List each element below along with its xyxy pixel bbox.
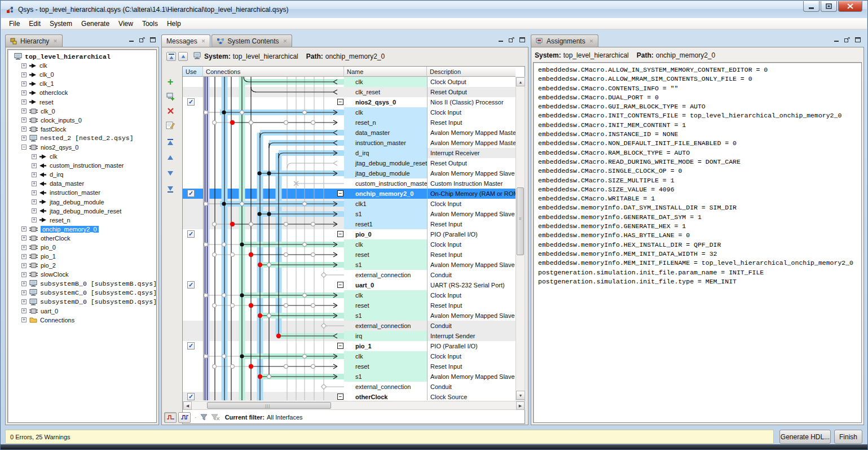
table-row[interactable]: d_irq bbox=[344, 148, 427, 158]
expand-icon[interactable]: + bbox=[21, 281, 27, 286]
tree-item[interactable]: −nios2_qsys_0 bbox=[9, 143, 155, 152]
expand-icon[interactable]: + bbox=[32, 190, 37, 195]
expand-icon[interactable]: + bbox=[32, 154, 37, 159]
expand-icon[interactable]: + bbox=[32, 199, 37, 204]
table-horizontal-scrollbar[interactable]: ◀ ||| ▶ bbox=[183, 401, 525, 410]
column-header-connections[interactable]: Connections bbox=[203, 67, 344, 77]
table-row[interactable]: reset_n bbox=[344, 117, 427, 128]
table-row[interactable]: reset bbox=[344, 300, 427, 311]
connections-cell[interactable] bbox=[203, 77, 344, 87]
row-collapse-icon[interactable]: − bbox=[337, 343, 343, 349]
use-cell[interactable] bbox=[183, 372, 203, 382]
use-cell[interactable] bbox=[183, 239, 203, 250]
connections-cell[interactable] bbox=[203, 270, 344, 280]
use-cell[interactable] bbox=[183, 199, 203, 209]
expand-icon[interactable]: + bbox=[21, 245, 27, 250]
connections-cell[interactable] bbox=[203, 382, 344, 392]
use-cell[interactable]: ✓ bbox=[183, 189, 203, 199]
menu-edit[interactable]: Edit bbox=[24, 19, 45, 29]
connections-cell[interactable] bbox=[203, 178, 344, 189]
use-cell[interactable] bbox=[183, 138, 203, 148]
use-cell[interactable] bbox=[183, 168, 203, 178]
table-row[interactable]: external_connection bbox=[344, 270, 427, 280]
expand-icon[interactable]: + bbox=[21, 126, 27, 132]
expand-icon[interactable]: + bbox=[32, 172, 37, 177]
panel-maximize-icon[interactable] bbox=[518, 36, 526, 43]
connections-cell[interactable] bbox=[203, 361, 344, 372]
table-row[interactable]: otherClock bbox=[344, 392, 427, 400]
connections-cell[interactable] bbox=[203, 229, 344, 239]
connections-cell[interactable] bbox=[203, 189, 344, 199]
description-cell[interactable]: Clock Input bbox=[427, 239, 515, 250]
use-cell[interactable] bbox=[183, 300, 203, 311]
menu-help[interactable]: Help bbox=[162, 19, 186, 29]
expand-icon[interactable]: + bbox=[21, 136, 27, 141]
generate-hdl-button[interactable]: Generate HDL... bbox=[779, 430, 831, 444]
table-row[interactable]: custom_instruction_master bbox=[344, 178, 427, 189]
description-cell[interactable]: Conduit bbox=[427, 382, 515, 392]
description-cell[interactable]: Custom Instruction Master bbox=[427, 178, 515, 189]
use-cell[interactable] bbox=[183, 178, 203, 189]
use-cell[interactable] bbox=[183, 77, 203, 87]
connections-cell[interactable] bbox=[203, 97, 344, 107]
expand-icon[interactable]: + bbox=[32, 208, 37, 213]
connections-cell[interactable] bbox=[203, 168, 344, 178]
use-cell[interactable] bbox=[183, 250, 203, 260]
table-row[interactable]: nios2_qsys_0 bbox=[344, 97, 427, 107]
description-cell[interactable]: Clock Output bbox=[427, 77, 515, 87]
tree-item[interactable]: +otherClock bbox=[9, 234, 155, 243]
tree-item[interactable]: +subsystemD_0 [subsystemD.qsys] bbox=[9, 298, 155, 307]
table-row[interactable]: clk bbox=[344, 77, 427, 87]
scroll-right-icon[interactable]: ▶ bbox=[516, 401, 525, 410]
tree-item[interactable]: +jtag_debug_module_reset bbox=[9, 207, 155, 216]
connections-cell[interactable] bbox=[203, 209, 344, 219]
panel-maximize-icon[interactable] bbox=[149, 36, 157, 43]
expand-icon[interactable]: + bbox=[21, 108, 27, 113]
expand-icon[interactable]: + bbox=[21, 272, 27, 277]
description-cell[interactable]: Conduit bbox=[427, 321, 515, 331]
table-row[interactable]: reset1 bbox=[344, 219, 427, 229]
table-row[interactable]: s1 bbox=[344, 260, 427, 270]
tree-item[interactable]: +jtag_debug_module bbox=[9, 198, 155, 207]
tree-item[interactable]: +custom_instruction_master bbox=[9, 161, 155, 170]
move-bottom-button[interactable] bbox=[164, 183, 177, 195]
table-vertical-scrollbar[interactable]: ▲ ≡ ▼ bbox=[515, 77, 525, 400]
description-cell[interactable]: Interrupt Receiver bbox=[427, 148, 515, 158]
table-row[interactable]: jtag_debug_module bbox=[344, 168, 427, 178]
column-header-name[interactable]: Name bbox=[344, 67, 427, 77]
tree-item[interactable]: +instruction_master bbox=[9, 188, 155, 197]
connections-cell[interactable] bbox=[203, 250, 344, 260]
connections-cell[interactable] bbox=[203, 260, 344, 270]
tree-item[interactable]: +pio_2 bbox=[9, 261, 155, 270]
use-checkbox[interactable]: ✓ bbox=[187, 281, 195, 289]
expand-icon[interactable]: + bbox=[21, 226, 27, 231]
description-cell[interactable]: Avalon Memory Mapped Slave bbox=[427, 260, 515, 270]
tree-item[interactable]: +slowClock bbox=[9, 270, 155, 279]
row-collapse-icon[interactable]: − bbox=[337, 190, 343, 196]
menu-tools[interactable]: Tools bbox=[138, 19, 162, 29]
tab-messages[interactable]: Messages ✕ bbox=[161, 34, 210, 47]
add-component-button[interactable]: + bbox=[164, 76, 177, 88]
use-cell[interactable] bbox=[183, 270, 203, 280]
panel-minimize-icon[interactable] bbox=[497, 36, 505, 43]
table-row[interactable]: clk_reset bbox=[344, 87, 427, 97]
connections-cell[interactable] bbox=[203, 239, 344, 250]
expand-icon[interactable]: + bbox=[21, 317, 27, 322]
expand-icon[interactable]: + bbox=[21, 117, 27, 123]
table-row[interactable]: external_connection bbox=[344, 321, 427, 331]
description-cell[interactable]: UART (RS-232 Serial Port) bbox=[427, 280, 515, 290]
tab-close-icon[interactable]: ✕ bbox=[53, 38, 58, 44]
table-row[interactable]: s1 bbox=[344, 372, 427, 382]
table-row[interactable]: uart_0 bbox=[344, 280, 427, 290]
tree-item[interactable]: +uart_0 bbox=[9, 307, 155, 316]
tab-close-icon[interactable]: ✕ bbox=[201, 38, 206, 44]
use-cell[interactable] bbox=[183, 148, 203, 158]
connections-cell[interactable] bbox=[203, 300, 344, 311]
description-cell[interactable]: Clock Input bbox=[427, 107, 515, 117]
column-header-use[interactable]: Use bbox=[183, 67, 203, 77]
description-cell[interactable]: PIO (Parallel I/O) bbox=[427, 341, 515, 351]
use-cell[interactable] bbox=[183, 209, 203, 219]
table-row[interactable]: pio_1 bbox=[344, 341, 427, 351]
table-row[interactable]: s1 bbox=[344, 311, 427, 321]
connections-cell[interactable] bbox=[203, 331, 344, 341]
